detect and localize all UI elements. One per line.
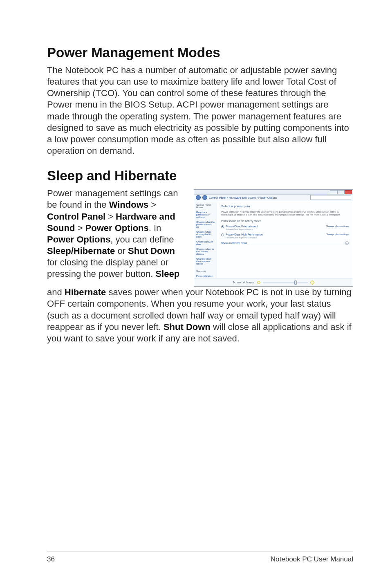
window-footer: Screen brightness: bbox=[194, 278, 353, 286]
section-heading-power-modes: Power Management Modes bbox=[47, 45, 353, 61]
bold-power-options-2: Power Options bbox=[47, 234, 110, 245]
figure-power-options-window: Control Panel › Hardware and Sound › Pow… bbox=[194, 189, 353, 287]
sidebar-link[interactable]: Require a password on wakeup bbox=[196, 211, 215, 218]
plan-radio[interactable] bbox=[221, 225, 224, 228]
text-gt: > bbox=[75, 223, 85, 233]
sidebar-link[interactable]: Choose what closing the lid does bbox=[196, 231, 215, 238]
text-fragment: for closing the display panel or pressin… bbox=[47, 257, 168, 279]
sun-bright-icon bbox=[310, 281, 314, 285]
slider-thumb[interactable] bbox=[294, 281, 297, 285]
plan-subtext: Power4Gear Entertainment bbox=[226, 228, 258, 231]
section-heading-sleep-hibernate: Sleep and Hibernate bbox=[47, 168, 353, 184]
bold-hibernate: Hibernate bbox=[65, 287, 106, 297]
sidebar: Control Panel Home Require a password on… bbox=[194, 201, 217, 278]
bold-power-options: Power Options bbox=[85, 223, 149, 233]
sidebar-header: Control Panel Home bbox=[196, 204, 215, 209]
section-body-sleep-hibernate-cont: and Hibernate saves power when your Note… bbox=[47, 287, 353, 344]
bold-control-panel: Control Panel bbox=[47, 211, 105, 222]
window-close-button[interactable] bbox=[345, 190, 352, 194]
plan-name: Power4Gear Entertainment bbox=[226, 225, 258, 228]
page-footer: 36 Notebook PC User Manual bbox=[47, 552, 353, 563]
page-number: 36 bbox=[47, 555, 55, 563]
sidebar-link[interactable]: Create a power plan bbox=[196, 240, 215, 245]
chevron-down-icon[interactable]: ⌄ bbox=[345, 241, 349, 245]
brightness-slider[interactable] bbox=[263, 282, 308, 283]
bold-windows: Windows bbox=[109, 200, 148, 210]
search-input[interactable] bbox=[310, 195, 351, 200]
sidebar-link[interactable]: Personalization bbox=[196, 275, 215, 277]
breadcrumb[interactable]: Control Panel › Hardware and Sound › Pow… bbox=[209, 196, 309, 199]
main-title: Select a power plan bbox=[221, 204, 349, 208]
nav-back-icon[interactable] bbox=[196, 195, 201, 200]
main-panel: Select a power plan Power plans can help… bbox=[217, 201, 353, 278]
nav-forward-icon[interactable] bbox=[202, 195, 207, 200]
window-minimize-button[interactable] bbox=[330, 190, 337, 194]
window-maximize-button[interactable] bbox=[337, 190, 345, 194]
bold-shut-down-2: Shut Down bbox=[164, 322, 211, 332]
show-additional-plans[interactable]: Show additional plans ⌄ bbox=[221, 241, 349, 245]
bold-sleep: Sleep bbox=[155, 269, 179, 279]
brightness-label: Screen brightness: bbox=[233, 281, 255, 284]
text-fragment: or bbox=[115, 246, 128, 256]
window-power-options: Control Panel › Hardware and Sound › Pow… bbox=[194, 189, 353, 287]
text-fragment: . In bbox=[149, 223, 161, 233]
plan-radio[interactable] bbox=[221, 233, 224, 236]
sidebar-see-also-header: See also bbox=[196, 270, 215, 272]
bold-shut-down: Shut Down bbox=[128, 246, 175, 256]
plan-subtext: Power4Gear High Performance bbox=[226, 236, 263, 239]
plan-row: Power4Gear High Performance Power4Gear H… bbox=[221, 233, 349, 239]
sun-dim-icon bbox=[257, 281, 260, 284]
text-fragment: , you can define bbox=[110, 234, 174, 245]
sidebar-link[interactable]: Change when the computer sleeps bbox=[196, 258, 215, 265]
plan-change-link[interactable]: Change plan settings bbox=[326, 233, 349, 236]
window-titlebar bbox=[194, 190, 353, 195]
plan-row: Power4Gear Entertainment Power4Gear Ente… bbox=[221, 225, 349, 231]
manual-title: Notebook PC User Manual bbox=[271, 555, 353, 563]
sidebar-link[interactable]: Choose when to turn off the display bbox=[196, 248, 215, 255]
show-more-label: Show additional plans bbox=[221, 242, 247, 245]
plan-group-label: Plans shown on the battery meter bbox=[221, 220, 349, 222]
section-body-sleep-hibernate-left: Power management settings can be found i… bbox=[47, 188, 186, 280]
plan-name: Power4Gear High Performance bbox=[226, 233, 263, 236]
main-description: Power plans can help you maximize your c… bbox=[221, 211, 349, 216]
text-fragment: and bbox=[47, 287, 65, 297]
plan-change-link[interactable]: Change plan settings bbox=[326, 225, 349, 227]
sidebar-link[interactable]: Choose what the power buttons do bbox=[196, 221, 215, 228]
window-navbar: Control Panel › Hardware and Sound › Pow… bbox=[194, 195, 353, 201]
text-gt: > bbox=[148, 200, 156, 210]
bold-sleep-hibernate: Sleep/Hibernate bbox=[47, 246, 115, 256]
section-body-power-modes: The Notebook PC has a number of automati… bbox=[47, 65, 353, 157]
text-gt: > bbox=[105, 211, 116, 222]
